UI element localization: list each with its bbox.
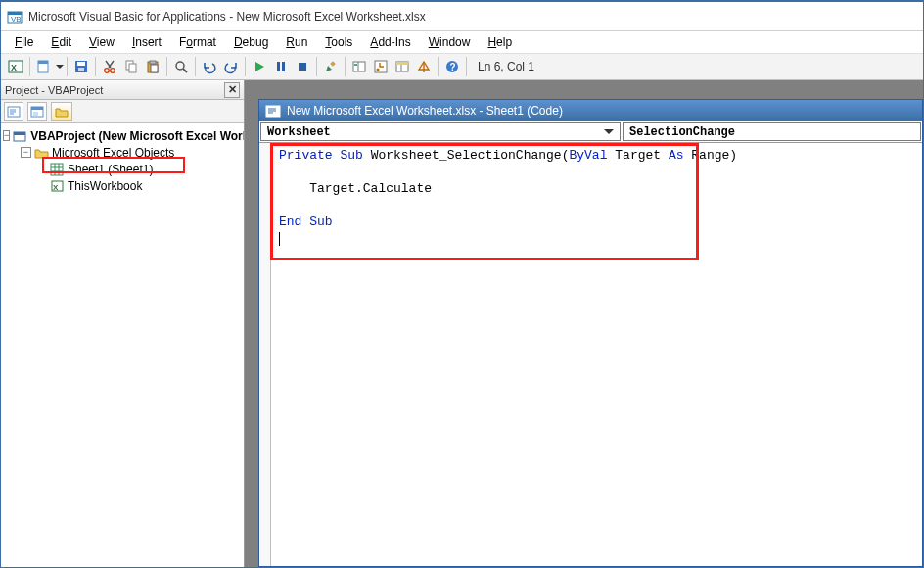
menu-help[interactable]: Help (480, 33, 520, 51)
workspace: Project - VBAProject ✕ − VBAProject (New… (1, 80, 923, 567)
code-window-titlebar[interactable]: New Microsoft Excel Worksheet.xlsx - She… (259, 100, 922, 121)
procedure-dropdown-value: SelectionChange (629, 125, 735, 139)
cursor-position-status: Ln 6, Col 1 (470, 60, 542, 73)
folder-icon (34, 146, 49, 160)
object-browser-button[interactable] (392, 56, 413, 77)
toolbar-separator (466, 57, 467, 76)
svg-rect-23 (353, 62, 365, 71)
code-window-dropdowns: Worksheet SelectionChange (259, 121, 922, 143)
menu-window[interactable]: Window (421, 33, 479, 51)
tree-project-root[interactable]: − VBAProject (New Microsoft Excel Worksh… (3, 127, 242, 144)
svg-rect-13 (129, 64, 136, 72)
project-explorer-panel: Project - VBAProject ✕ − VBAProject (New… (1, 80, 245, 567)
window-title: Microsoft Visual Basic for Applications … (28, 10, 426, 24)
undo-button[interactable] (199, 56, 220, 77)
view-object-button[interactable] (27, 102, 47, 121)
svg-text:X: X (53, 183, 59, 192)
svg-rect-19 (277, 62, 280, 71)
project-explorer-title: Project - VBAProject (5, 84, 103, 96)
view-code-button[interactable] (4, 102, 23, 121)
standard-toolbar: X ? Ln 6, Col 1 (1, 53, 923, 80)
tree-item-thisworkbook[interactable]: X ThisWorkbook (3, 177, 242, 194)
svg-point-27 (377, 69, 380, 71)
svg-rect-29 (396, 62, 408, 65)
project-explorer-title-bar: Project - VBAProject ✕ (1, 80, 244, 100)
project-icon (13, 129, 27, 143)
code-window-title: New Microsoft Excel Worksheet.xlsx - She… (287, 104, 563, 118)
project-explorer-toolbar (1, 100, 244, 123)
tree-workbook-label: ThisWorkbook (68, 179, 142, 193)
svg-rect-6 (38, 61, 48, 64)
app-icon: VB (7, 9, 23, 24)
menu-edit[interactable]: Edit (43, 33, 79, 51)
object-dropdown-value: Worksheet (267, 125, 331, 139)
code-gutter (259, 143, 271, 566)
svg-point-17 (176, 62, 184, 70)
collapse-icon[interactable]: − (3, 130, 10, 141)
menu-insert[interactable]: Insert (124, 33, 169, 51)
paste-button[interactable] (142, 56, 163, 77)
menu-format[interactable]: Format (171, 33, 224, 51)
toolbar-separator (95, 57, 96, 76)
project-tree[interactable]: − VBAProject (New Microsoft Excel Worksh… (1, 123, 244, 567)
text-caret (279, 232, 280, 246)
svg-rect-15 (150, 61, 156, 64)
tree-item-sheet1[interactable]: Sheet1 (Sheet1) (3, 161, 242, 177)
cut-button[interactable] (99, 56, 120, 77)
help-button[interactable]: ? (441, 56, 463, 77)
menu-bar: File Edit View Insert Format Debug Run T… (1, 31, 923, 53)
code-editor[interactable]: Private Sub Worksheet_SelectionChange(By… (259, 143, 922, 566)
tree-folder-label: Microsoft Excel Objects (52, 146, 174, 160)
find-button[interactable] (170, 56, 192, 77)
run-button[interactable] (249, 56, 270, 77)
toolbar-separator (245, 57, 246, 76)
object-dropdown[interactable]: Worksheet (260, 122, 621, 141)
copy-button[interactable] (120, 56, 142, 77)
insert-button[interactable] (33, 56, 55, 77)
svg-rect-8 (77, 62, 85, 66)
menu-tools[interactable]: Tools (317, 33, 360, 51)
svg-rect-39 (31, 107, 43, 110)
insert-dropdown-icon[interactable] (56, 65, 64, 69)
chevron-down-icon (604, 129, 614, 134)
svg-text:?: ? (450, 62, 456, 72)
redo-button[interactable] (220, 56, 242, 77)
toolbar-separator (438, 57, 439, 76)
svg-rect-20 (282, 62, 285, 71)
menu-run[interactable]: Run (278, 33, 315, 51)
menu-addins[interactable]: Add-Ins (362, 33, 418, 51)
tree-root-label: VBAProject (New Microsoft Excel Workshee… (30, 129, 244, 143)
toolbox-button[interactable] (413, 56, 435, 77)
mdi-client-area: New Microsoft Excel Worksheet.xlsx - She… (245, 80, 923, 567)
save-button[interactable] (70, 56, 92, 77)
svg-point-11 (111, 69, 116, 73)
design-mode-button[interactable] (320, 56, 342, 77)
code-text[interactable]: Private Sub Worksheet_SelectionChange(By… (279, 147, 918, 562)
worksheet-icon (50, 163, 65, 176)
toolbar-separator (29, 57, 30, 76)
toolbar-separator (195, 57, 196, 76)
collapse-icon[interactable]: − (21, 147, 31, 158)
menu-debug[interactable]: Debug (226, 33, 276, 51)
menu-view[interactable]: View (81, 33, 122, 51)
break-button[interactable] (270, 56, 292, 77)
view-excel-button[interactable]: X (5, 56, 26, 77)
toolbar-separator (316, 57, 317, 76)
toggle-folders-button[interactable] (51, 102, 72, 121)
code-window-icon (265, 103, 281, 118)
properties-button[interactable] (370, 56, 392, 77)
tree-folder-excel-objects[interactable]: − Microsoft Excel Objects (3, 144, 242, 161)
svg-text:VB: VB (11, 15, 22, 24)
toolbar-separator (345, 57, 346, 76)
toolbar-separator (67, 57, 68, 76)
svg-rect-22 (330, 61, 336, 67)
svg-rect-9 (78, 68, 84, 71)
menu-file[interactable]: File (7, 33, 41, 51)
close-panel-button[interactable]: ✕ (224, 82, 240, 98)
svg-text:X: X (11, 63, 17, 72)
project-explorer-button[interactable] (348, 56, 370, 77)
procedure-dropdown[interactable]: SelectionChange (623, 122, 921, 141)
reset-button[interactable] (292, 56, 313, 77)
workbook-icon: X (50, 179, 65, 193)
title-bar: VB Microsoft Visual Basic for Applicatio… (1, 2, 923, 31)
